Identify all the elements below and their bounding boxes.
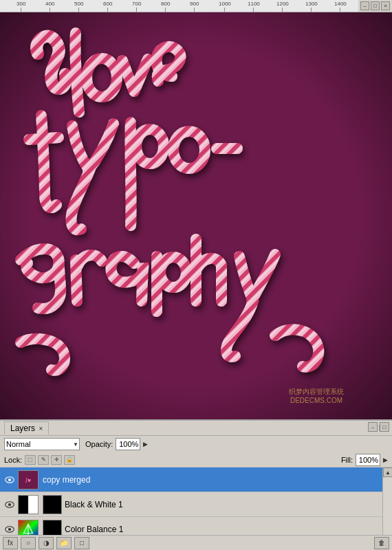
layers-tab-close[interactable]: × bbox=[39, 425, 43, 432]
layer-visibility-black-white[interactable] bbox=[4, 499, 15, 510]
svg-rect-19 bbox=[19, 495, 28, 513]
layer-visibility-color-balance[interactable] bbox=[4, 524, 15, 535]
svg-text:DEDECMS.COM: DEDECMS.COM bbox=[290, 397, 342, 404]
minimize-btn[interactable]: – bbox=[360, 1, 369, 10]
svg-text:织梦内容管理系统: 织梦内容管理系统 bbox=[289, 388, 344, 395]
delete-layer-btn[interactable]: 🗑 bbox=[374, 537, 389, 549]
close-btn[interactable]: × bbox=[381, 1, 390, 10]
svg-point-14 bbox=[8, 478, 11, 481]
layers-tab[interactable]: Layers × bbox=[4, 421, 49, 434]
fill-label: Fill: bbox=[341, 456, 353, 464]
layers-bottom-bar: fx ○ ◑ 📁 □ 🗑 bbox=[0, 535, 392, 550]
layer-item-copy-merged[interactable]: I♥ copy merged bbox=[0, 468, 392, 492]
layers-panel-header: Layers × – □ bbox=[0, 421, 392, 436]
layer-mask-black-white bbox=[43, 495, 62, 514]
scrollbar-up-btn[interactable]: ▲ bbox=[383, 468, 392, 477]
svg-rect-6 bbox=[0, 12, 392, 419]
layers-tab-label: Layers bbox=[10, 424, 35, 433]
ruler-top: 300 400 500 600 700 800 900 1000 1100 12… bbox=[0, 0, 392, 12]
lock-image-btn[interactable]: ✎ bbox=[38, 455, 49, 465]
blend-mode-select[interactable]: Normal Multiply Screen Overlay bbox=[4, 438, 80, 450]
svg-text:I♥: I♥ bbox=[25, 476, 32, 483]
svg-rect-20 bbox=[28, 495, 38, 513]
lock-fill-row: Lock: ⬚ ✎ ✛ 🔒 Fill: ▶ bbox=[0, 452, 392, 468]
scrollbar-track[interactable] bbox=[383, 477, 392, 539]
maximize-btn[interactable]: □ bbox=[371, 1, 380, 10]
layer-name-black-white: Black & White 1 bbox=[65, 500, 388, 509]
new-layer-btn[interactable]: □ bbox=[74, 537, 89, 549]
opacity-label: Opacity: bbox=[85, 440, 113, 448]
blend-opacity-row: Normal Multiply Screen Overlay ▼ Opacity… bbox=[0, 436, 392, 452]
lock-position-btn[interactable]: ✛ bbox=[51, 455, 62, 465]
fill-input[interactable] bbox=[356, 454, 380, 466]
new-group-btn[interactable]: 📁 bbox=[56, 537, 72, 549]
layer-thumb-copy-merged: I♥ bbox=[18, 470, 39, 490]
window-controls: – □ × bbox=[358, 0, 392, 12]
svg-point-23 bbox=[8, 527, 11, 530]
lock-icons: ⬚ ✎ ✛ 🔒 bbox=[25, 455, 75, 465]
opacity-arrow[interactable]: ▶ bbox=[143, 441, 148, 448]
layer-item-black-white[interactable]: Black & White 1 bbox=[0, 492, 392, 517]
blend-mode-wrapper: Normal Multiply Screen Overlay ▼ bbox=[4, 438, 80, 450]
layer-name-color-balance: Color Balance 1 bbox=[65, 525, 388, 534]
canvas-area: 300 400 500 600 700 800 900 1000 1100 12… bbox=[0, 0, 392, 419]
layer-thumb-black-white bbox=[18, 495, 39, 514]
panel-window-controls: – □ bbox=[368, 422, 389, 432]
layer-visibility-copy-merged[interactable] bbox=[4, 474, 15, 485]
panel-minimize-btn[interactable]: – bbox=[368, 422, 378, 432]
layer-adjustment-btn[interactable]: ◑ bbox=[39, 537, 54, 549]
lock-label: Lock: bbox=[4, 456, 22, 464]
lock-transparent-btn[interactable]: ⬚ bbox=[25, 455, 36, 465]
layers-panel: Layers × – □ Normal Multiply Screen Over… bbox=[0, 419, 392, 550]
svg-point-18 bbox=[8, 503, 11, 505]
panel-maximize-btn[interactable]: □ bbox=[380, 422, 389, 432]
lock-all-btn[interactable]: 🔒 bbox=[64, 455, 75, 465]
layer-name-copy-merged: copy merged bbox=[43, 475, 388, 485]
opacity-input[interactable] bbox=[116, 438, 140, 450]
layer-fx-btn[interactable]: fx bbox=[3, 537, 18, 549]
layer-mask-btn[interactable]: ○ bbox=[21, 537, 36, 549]
canvas-artwork: 织梦内容管理系统 DEDECMS.COM bbox=[0, 12, 392, 419]
fill-arrow[interactable]: ▶ bbox=[383, 456, 388, 463]
